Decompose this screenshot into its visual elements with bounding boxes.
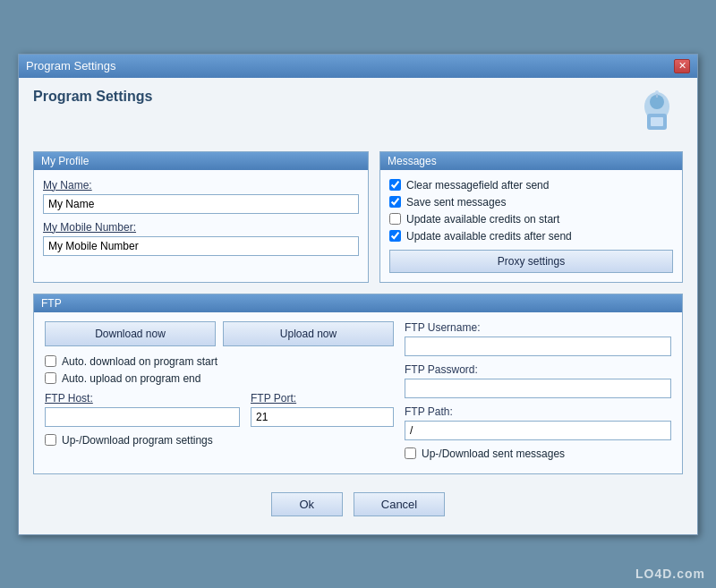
- proxy-settings-button[interactable]: Proxy settings: [389, 250, 673, 273]
- up-download-settings-row: Up-/Download program settings: [45, 434, 394, 447]
- ftp-host-input[interactable]: [45, 407, 240, 427]
- profile-section: My Profile My Name: My Mobile Number:: [33, 151, 369, 283]
- auto-download-label: Auto. download on program start: [62, 355, 217, 368]
- main-sections: My Profile My Name: My Mobile Number: Me…: [33, 151, 683, 283]
- ftp-left: Download now Upload now Auto. download o…: [45, 321, 394, 464]
- checkbox-row-2: Save sent messages: [389, 196, 673, 209]
- checkbox-save-sent-label: Save sent messages: [406, 196, 506, 209]
- ftp-password-label: FTP Password:: [405, 363, 671, 376]
- header-icon: [631, 89, 683, 141]
- auto-upload-row: Auto. upload on program end: [45, 372, 394, 385]
- ftp-password-input[interactable]: [405, 379, 671, 398]
- page-title: Program Settings: [33, 89, 152, 105]
- checkbox-update-credits-send-label: Update available credits after send: [406, 230, 572, 243]
- window-title: Program Settings: [26, 59, 115, 72]
- up-download-settings-checkbox[interactable]: [45, 434, 56, 446]
- ftp-port-group: FTP Port:: [251, 392, 394, 427]
- ftp-host-group: FTP Host:: [45, 392, 240, 427]
- close-button[interactable]: ✕: [674, 59, 690, 73]
- ftp-content: Download now Upload now Auto. download o…: [34, 312, 682, 473]
- download-now-button[interactable]: Download now: [45, 321, 216, 346]
- messages-section-header: Messages: [380, 152, 682, 170]
- ftp-username-field: FTP Username:: [405, 321, 671, 356]
- checkbox-row-4: Update available credits after send: [389, 230, 673, 243]
- ftp-username-input[interactable]: [405, 337, 671, 356]
- checkbox-clear-message[interactable]: [389, 179, 401, 191]
- svg-point-5: [655, 90, 659, 94]
- profile-section-header: My Profile: [34, 152, 368, 170]
- up-download-messages-checkbox[interactable]: [405, 447, 416, 459]
- ftp-host-port: FTP Host: FTP Port:: [45, 392, 394, 427]
- checkbox-row-1: Clear messagefield after send: [389, 179, 673, 192]
- profile-section-content: My Name: My Mobile Number:: [34, 170, 368, 272]
- cancel-button[interactable]: Cancel: [354, 492, 445, 516]
- mobile-input[interactable]: [43, 236, 359, 256]
- checkbox-update-credits-start[interactable]: [389, 213, 401, 225]
- auto-download-checkbox[interactable]: [45, 355, 56, 367]
- ftp-port-label: FTP Port:: [251, 392, 394, 405]
- svg-rect-3: [651, 117, 663, 126]
- name-input[interactable]: [43, 194, 359, 214]
- ftp-port-input[interactable]: [251, 407, 394, 427]
- ftp-checkboxes: Auto. download on program start Auto. up…: [45, 355, 394, 385]
- ftp-password-field: FTP Password:: [405, 363, 671, 398]
- auto-upload-checkbox[interactable]: [45, 372, 56, 384]
- ftp-right: FTP Username: FTP Password: FTP Path:: [405, 321, 671, 464]
- up-download-settings-label: Up-/Download program settings: [62, 434, 213, 447]
- messages-section-content: Clear messagefield after send Save sent …: [380, 170, 682, 282]
- ftp-section: FTP Download now Upload now Auto. downlo…: [33, 294, 683, 474]
- page-header: Program Settings: [33, 89, 683, 141]
- ftp-buttons: Download now Upload now: [45, 321, 394, 346]
- auto-download-row: Auto. download on program start: [45, 355, 394, 368]
- checkbox-save-sent[interactable]: [389, 196, 401, 208]
- ftp-path-input[interactable]: [405, 421, 671, 440]
- auto-upload-label: Auto. upload on program end: [62, 372, 200, 385]
- ftp-path-field: FTP Path:: [405, 405, 671, 440]
- up-download-messages-row: Up-/Download sent messages: [405, 447, 671, 460]
- ftp-username-label: FTP Username:: [405, 321, 671, 334]
- checkbox-update-credits-start-label: Update available credits on start: [406, 213, 559, 226]
- program-settings-window: Program Settings ✕ Program Settings My P…: [18, 54, 698, 535]
- ftp-section-header: FTP: [34, 294, 682, 312]
- up-download-messages-label: Up-/Download sent messages: [422, 447, 565, 460]
- bottom-buttons: Ok Cancel: [33, 485, 683, 520]
- messages-section: Messages Clear messagefield after send S…: [379, 151, 683, 283]
- checkbox-row-3: Update available credits on start: [389, 213, 673, 226]
- mobile-label: My Mobile Number:: [43, 221, 359, 234]
- title-bar: Program Settings ✕: [19, 55, 697, 78]
- checkbox-clear-message-label: Clear messagefield after send: [406, 179, 549, 192]
- name-label: My Name:: [43, 179, 359, 192]
- ftp-top-row: Download now Upload now Auto. download o…: [45, 321, 671, 464]
- watermark: LO4D.com: [635, 567, 705, 581]
- ftp-path-label: FTP Path:: [405, 405, 671, 418]
- ftp-host-label: FTP Host:: [45, 392, 240, 405]
- ok-button[interactable]: Ok: [271, 492, 343, 516]
- window-content: Program Settings My Profile My Name:: [19, 78, 697, 534]
- upload-now-button[interactable]: Upload now: [223, 321, 394, 346]
- checkbox-update-credits-send[interactable]: [389, 230, 401, 242]
